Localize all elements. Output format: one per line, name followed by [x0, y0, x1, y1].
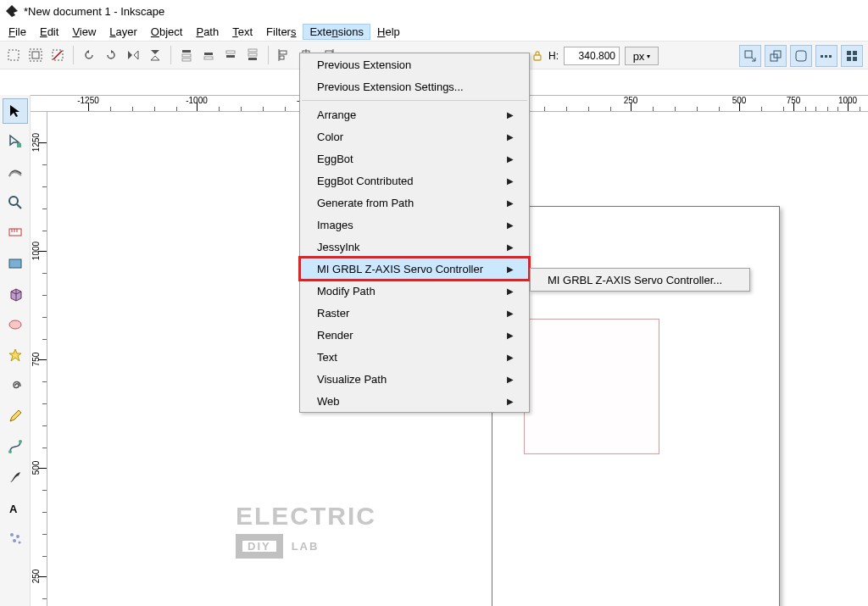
menu-layer[interactable]: Layer [103, 24, 144, 40]
flip-horizontal-icon[interactable] [123, 45, 143, 65]
menuitem-arrange-label: Arrange [317, 108, 356, 121]
toolbox: A [0, 95, 31, 606]
rotate-cw-icon[interactable] [101, 45, 121, 65]
menuitem-color[interactable]: Color▶ [300, 125, 529, 147]
spiral-tool-icon[interactable] [3, 373, 28, 398]
svg-rect-39 [847, 51, 851, 55]
ruler-label: 500 [31, 461, 41, 475]
submenu-arrow-icon: ▶ [507, 154, 514, 164]
submenu-arrow-icon: ▶ [507, 286, 514, 296]
submenu-arrow-icon: ▶ [507, 110, 514, 120]
lower-icon[interactable] [220, 45, 241, 65]
menuitem-generate-from-path[interactable]: Generate from Path▶ [300, 192, 529, 214]
menuitem-arrange[interactable]: Arrange▶ [300, 103, 529, 125]
menubar: FileEditViewLayerObjectPathTextFiltersEx… [0, 22, 868, 41]
separator [268, 46, 269, 64]
affect-move-icon[interactable] [739, 45, 761, 67]
menu-text[interactable]: Text [225, 24, 259, 40]
menu-help[interactable]: Help [370, 24, 407, 40]
rotate-ccw-icon[interactable] [79, 45, 99, 65]
menuitem-mi-grbl-z-axis-servo-controller-label: MI GRBL Z-AXIS Servo Controller [317, 263, 483, 275]
menu-filters[interactable]: Filters [259, 24, 303, 40]
menu-path[interactable]: Path [189, 24, 225, 40]
menuitem-text[interactable]: Text▶ [300, 346, 529, 368]
menu-edit[interactable]: Edit [33, 24, 65, 40]
node-tool-icon[interactable] [3, 129, 28, 154]
svg-rect-42 [853, 57, 857, 61]
selector-tool-icon[interactable] [3, 98, 28, 124]
raise-icon[interactable] [198, 45, 219, 65]
star-tool-icon[interactable] [3, 342, 28, 368]
select-all-icon[interactable] [25, 45, 46, 65]
svg-rect-35 [796, 51, 806, 61]
svg-rect-31 [534, 55, 541, 60]
svg-point-65 [18, 542, 20, 544]
menu-object[interactable]: Object [144, 24, 190, 40]
selection-tool-opts-icon[interactable] [3, 45, 24, 65]
ruler-label: 1000 [838, 96, 857, 105]
affect-corners-icon[interactable] [790, 45, 812, 67]
svg-marker-58 [9, 349, 21, 361]
drawn-rectangle[interactable] [524, 319, 659, 454]
tweak-tool-icon[interactable] [3, 159, 28, 185]
menu-extensions[interactable]: Extensions [303, 24, 370, 40]
menuitem-render[interactable]: Render▶ [300, 324, 529, 346]
flip-vertical-icon[interactable] [145, 45, 165, 65]
separator [73, 46, 74, 64]
menuitem-raster[interactable]: Raster▶ [300, 302, 529, 324]
menu-file[interactable]: File [2, 24, 33, 40]
menuitem-previous-extension-settings[interactable]: Previous Extension Settings... [300, 75, 529, 97]
menuitem-eggbot-contributed[interactable]: EggBot Contributed▶ [300, 170, 529, 192]
text-tool-icon[interactable]: A [3, 495, 28, 520]
deselect-icon[interactable] [47, 45, 68, 65]
rectangle-tool-icon[interactable] [3, 251, 28, 276]
menuitem-jessyink[interactable]: JessyInk▶ [300, 236, 529, 258]
svg-rect-48 [9, 229, 21, 236]
height-input[interactable] [564, 47, 620, 65]
menuitem-modify-path[interactable]: Modify Path▶ [300, 280, 529, 302]
bezier-tool-icon[interactable] [3, 434, 28, 459]
menuitem-eggbot[interactable]: EggBot▶ [300, 147, 529, 170]
zoom-tool-icon[interactable] [3, 190, 28, 215]
calligraphy-tool-icon[interactable] [3, 464, 28, 490]
extensions-submenu: MI GRBL Z-AXIS Servo Controller... [530, 268, 750, 292]
submenu-arrow-icon: ▶ [507, 132, 514, 142]
affect-pattern-icon[interactable] [841, 45, 863, 67]
spray-tool-icon[interactable] [3, 525, 28, 551]
svg-point-62 [10, 533, 14, 537]
submenu-item-migrbl[interactable]: MI GRBL Z-AXIS Servo Controller... [531, 269, 749, 291]
submenu-arrow-icon: ▶ [507, 176, 514, 186]
ruler-label: 500 [732, 96, 747, 105]
svg-rect-17 [226, 51, 235, 53]
menuitem-jessyink-label: JessyInk [317, 241, 360, 253]
menuitem-previous-extension[interactable]: Previous Extension [300, 53, 529, 75]
pencil-tool-icon[interactable] [3, 403, 28, 429]
menuitem-images-label: Images [317, 219, 353, 231]
align-left-icon[interactable] [274, 45, 294, 65]
ruler-label: 1000 [31, 242, 41, 260]
svg-rect-40 [853, 51, 857, 55]
raise-to-top-icon[interactable] [176, 45, 197, 65]
menuitem-mi-grbl-z-axis-servo-controller[interactable]: MI GRBL Z-AXIS Servo Controller▶ [300, 258, 529, 280]
affect-gradient-icon[interactable] [815, 45, 837, 67]
extensions-menu: Previous ExtensionPrevious Extension Set… [299, 53, 530, 413]
ruler-label: 1250 [31, 133, 41, 152]
lock-icon[interactable] [531, 50, 543, 62]
ellipse-tool-icon[interactable] [3, 312, 28, 337]
lower-to-bottom-icon[interactable] [242, 45, 263, 65]
menuitem-visualize-path[interactable]: Visualize Path▶ [300, 368, 529, 390]
svg-marker-9 [134, 51, 138, 59]
menuitem-web[interactable]: Web▶ [300, 390, 529, 412]
svg-rect-1 [8, 50, 19, 60]
menuitem-images[interactable]: Images▶ [300, 214, 529, 236]
svg-rect-52 [9, 259, 21, 268]
menuitem-previous-extension-label: Previous Extension [317, 58, 411, 71]
3dbox-tool-icon[interactable] [3, 281, 28, 307]
unit-select[interactable]: px▾ [625, 47, 659, 65]
measure-tool-icon[interactable] [3, 220, 28, 246]
svg-rect-21 [248, 58, 257, 60]
menu-view[interactable]: View [65, 24, 103, 40]
affect-scale-icon[interactable] [765, 45, 787, 67]
menuitem-eggbot-label: EggBot [317, 153, 353, 165]
submenu-arrow-icon: ▶ [507, 375, 514, 384]
